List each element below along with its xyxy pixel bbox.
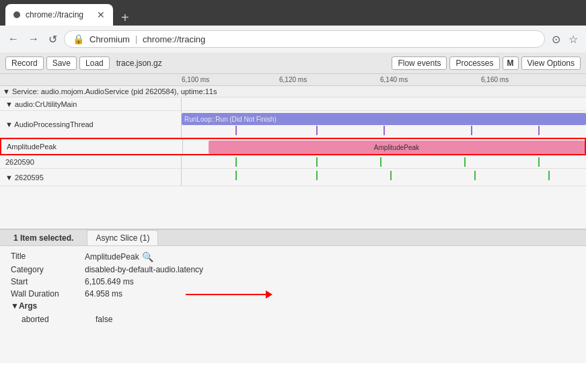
address-separator: | [135,34,137,44]
track-label-2620595: ▼ 2620595 [0,169,182,186]
bookmark-button[interactable]: ☆ [566,30,581,48]
async-slice-tab[interactable]: Async Slice (1) [87,230,158,245]
toolbar-right-group: Flow events Processes M View Options [392,56,581,70]
details-panel: 1 Item selected. Async Slice (1) Title A… [0,229,586,363]
m-button[interactable]: M [503,56,519,70]
tick-4 [471,126,472,135]
track-row-2620595: ▼ 2620595 [0,169,586,186]
view-options-button[interactable]: View Options [521,56,581,70]
green-tick-5 [538,157,540,167]
flow-events-button[interactable]: Flow events [392,56,447,70]
processes-button[interactable]: Processes [449,56,499,70]
tab-bar: chrome://tracing ✕ + [0,0,586,26]
tab-title: chrome://tracing [26,10,83,19]
share-button[interactable]: ⊙ [549,30,563,48]
reload-button[interactable]: ↺ [46,30,60,48]
ruler-label-1: 6,100 ms [182,76,209,83]
timeline-ruler: 6,100 ms 6,120 ms 6,140 ms 6,160 ms [0,74,586,86]
tab-favicon [13,11,20,18]
main-toolbar: Record Save Load trace.json.gz Flow even… [0,52,586,74]
track-label-utility-text: ▼ audio:CrUtilityMain [5,100,77,108]
track-label-2620590-text: 2620590 [5,158,34,166]
args-header-row: ▼Args [11,301,575,313]
track-label-amplitude: AmplitudePeak [1,139,183,154]
arrow-line [186,294,266,295]
timeline-area: 6,100 ms 6,120 ms 6,140 ms 6,160 ms ▼ Se… [0,74,586,229]
save-button[interactable]: Save [46,56,77,70]
title-row: Title AmplitudePeak 🔍 [11,251,575,262]
service-header-text: ▼ Service: audio.mojom.AudioService (pid… [3,87,217,95]
aborted-value: false [96,315,112,324]
browser-chrome: chrome://tracing ✕ + ← → ↺ 🔒 Chromium | … [0,0,586,52]
tick-2 [316,126,318,135]
record-button[interactable]: Record [5,56,44,70]
red-arrow [186,290,272,299]
green-tick-2 [316,157,318,167]
green-tick2-4 [474,171,476,180]
track-content-utility[interactable] [182,97,586,110]
address-url: chrome://tracing [143,34,205,44]
tab-close-button[interactable]: ✕ [97,9,105,20]
wall-duration-value: 64.958 ms [85,289,122,299]
tick-1 [235,126,237,135]
filename-label: trace.json.gz [112,57,166,69]
tick-3 [383,126,385,135]
title-value: AmplitudePeak 🔍 [85,251,153,262]
track-content-2620590[interactable] [182,155,586,169]
track-content-audio-processing[interactable]: RunLoop::Run (Did Not Finish) [182,111,586,138]
chromium-label: Chromium [89,34,130,44]
track-label-2620590: 2620590 [0,155,182,168]
start-value: 6,105.649 ms [85,277,134,286]
track-content-amplitude[interactable]: AmplitudePeak [183,139,585,157]
track-row-utility: ▼ audio:CrUtilityMain [0,97,586,111]
wall-duration-key: Wall Duration [11,289,85,299]
green-tick2-5 [548,171,550,180]
track-label-utility: ▼ audio:CrUtilityMain [0,97,182,110]
aborted-row: aborted false [11,315,575,324]
track-label-audio-processing: ▼ AudioProcessingThread [0,111,182,137]
tick-5 [538,126,540,135]
green-tick-4 [464,157,466,167]
service-header: ▼ Service: audio.mojom.AudioService (pid… [0,86,586,97]
title-key: Title [11,251,85,261]
wall-duration-row: Wall Duration 64.958 ms [11,289,575,299]
amplitude-peak-bar[interactable]: AmplitudePeak [209,141,585,154]
title-search-icon[interactable]: 🔍 [142,251,153,262]
start-row: Start 6,105.649 ms [11,277,575,286]
green-tick2-1 [235,171,237,180]
aborted-key: aborted [22,315,96,324]
address-bar[interactable]: 🔒 Chromium | chrome://tracing [64,30,545,48]
track-label-audio-processing-text: ▼ AudioProcessingThread [5,120,94,128]
selected-count-label: 1 Item selected. [5,231,81,245]
green-tick-3 [380,157,381,167]
nav-bar: ← → ↺ 🔒 Chromium | chrome://tracing ⊙ ☆ [0,26,586,52]
track-row-2620590: 2620590 [0,155,586,169]
runloop-bar[interactable]: RunLoop::Run (Did Not Finish) [182,113,586,125]
category-key: Category [11,265,85,274]
track-label-amplitude-text: AmplitudePeak [7,143,57,151]
category-value: disabled-by-default-audio.latency [85,265,203,274]
green-tick-1 [235,157,237,167]
start-key: Start [11,277,85,286]
args-header: ▼Args [11,301,37,311]
green-tick2-3 [390,171,392,180]
category-row: Category disabled-by-default-audio.laten… [11,265,575,274]
ruler-label-2: 6,120 ms [279,76,307,83]
forward-button[interactable]: → [26,30,42,48]
load-button[interactable]: Load [79,56,110,70]
track-content-2620595[interactable] [182,169,586,186]
back-button[interactable]: ← [5,30,22,48]
browser-tab[interactable]: chrome://tracing ✕ [5,4,113,26]
arrow-head [266,290,272,299]
new-tab-button[interactable]: + [116,10,135,26]
runloop-label: RunLoop::Run (Did Not Finish) [184,116,277,123]
amplitude-peak-label: AmplitudePeak [374,144,419,151]
ruler-label-4: 6,160 ms [481,76,509,83]
nav-actions: ⊙ ☆ [549,30,581,48]
address-icon: 🔒 [73,34,84,44]
track-row-amplitude: AmplitudePeak AmplitudePeak [0,138,586,155]
details-tabs: 1 Item selected. Async Slice (1) [0,230,586,246]
green-tick2-2 [316,171,318,180]
ruler-label-3: 6,140 ms [380,76,408,83]
details-content: Title AmplitudePeak 🔍 Category disabled-… [0,246,586,331]
